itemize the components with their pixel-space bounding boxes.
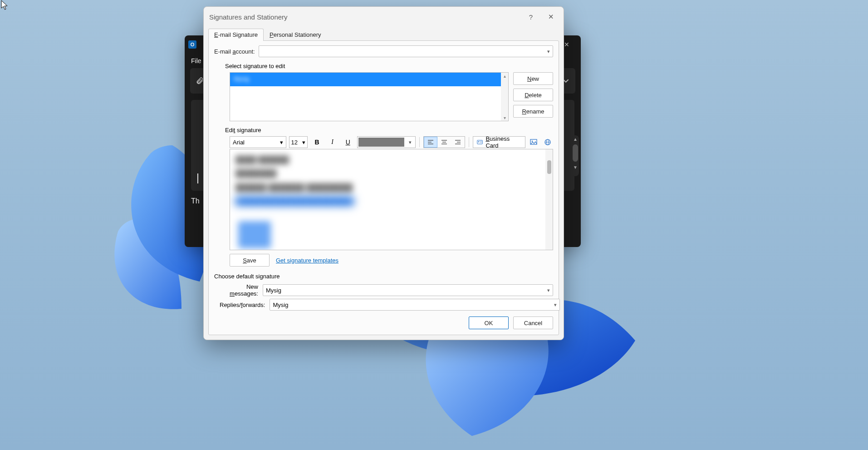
email-account-label: E-mail account: (214, 48, 255, 55)
new-signature-button[interactable]: New (513, 72, 553, 85)
underline-button[interactable]: U (342, 136, 354, 148)
signature-image-redacted (238, 221, 271, 248)
select-signature-label: Select signature to edit (225, 63, 553, 69)
signature-toolbar: Arial▾ 12▾ B I U ▾ (230, 136, 553, 148)
new-messages-label: New messages: (220, 283, 258, 297)
mouse-cursor (1, 0, 9, 13)
signature-editor[interactable]: ████ ██████ ████████ ██████ ███████ ████… (230, 149, 553, 250)
save-signature-button[interactable]: Save (230, 254, 270, 267)
align-right-button[interactable] (451, 137, 465, 148)
dialog-title: Signatures and Stationery (209, 13, 288, 21)
rename-signature-button[interactable]: Rename (513, 105, 553, 118)
email-account-combo[interactable]: ▾ (259, 45, 553, 57)
edit-signature-label: Edit signature (225, 127, 553, 134)
signature-list[interactable]: Mysig ▴ ▾ (230, 72, 509, 121)
align-center-button[interactable] (437, 137, 451, 148)
signatures-dialog: Signatures and Stationery ? ✕ E-mail Sig… (203, 6, 564, 340)
cancel-button[interactable]: Cancel (513, 316, 553, 329)
outlook-icon: O (188, 40, 196, 49)
font-family-combo[interactable]: Arial▾ (230, 136, 286, 148)
tab-personal-stationery[interactable]: Personal Stationery (264, 29, 327, 41)
business-card-button[interactable]: Business Card (473, 136, 525, 148)
delete-signature-button[interactable]: Delete (513, 89, 553, 101)
tab-panel-email-signature: E-mail account: ▾ Select signature to ed… (208, 40, 559, 335)
help-button[interactable]: ? (521, 10, 541, 24)
font-color-combo[interactable]: ▾ (357, 136, 416, 148)
signature-list-scrollbar[interactable]: ▴ ▾ (501, 73, 508, 121)
outlook-scrollbar[interactable]: ▲ ▼ (572, 135, 579, 176)
font-size-combo[interactable]: 12▾ (289, 136, 308, 148)
svg-point-14 (532, 141, 533, 142)
new-messages-combo[interactable]: Mysig▾ (263, 284, 553, 296)
close-button[interactable]: ✕ (541, 10, 561, 24)
align-left-button[interactable] (424, 137, 437, 148)
replies-forwards-label: Replies/forwards: (220, 302, 265, 308)
get-templates-link[interactable]: Get signature templates (276, 257, 338, 264)
color-swatch (358, 138, 405, 147)
dialog-titlebar: Signatures and Stationery ? ✕ (204, 7, 564, 27)
choose-default-label: Choose default signature (214, 273, 553, 280)
tab-strip: E-mail Signature Personal Stationery (204, 27, 564, 40)
italic-button[interactable]: I (326, 136, 339, 148)
signature-list-item-selected[interactable]: Mysig (230, 73, 508, 86)
svg-point-10 (478, 141, 479, 142)
signature-content-redacted: ████ ██████ ████████ ██████ ███████ ████… (235, 153, 539, 208)
insert-hyperlink-button[interactable] (542, 136, 553, 148)
ok-button[interactable]: OK (469, 316, 509, 329)
bold-button[interactable]: B (310, 136, 323, 148)
replies-forwards-combo[interactable]: Mysig▾ (270, 299, 560, 311)
svg-rect-9 (477, 140, 482, 144)
editor-scrollbar[interactable] (545, 149, 553, 250)
tab-email-signature[interactable]: E-mail Signature (208, 29, 264, 41)
insert-picture-button[interactable] (528, 136, 539, 148)
chevron-down-icon: ▾ (547, 49, 550, 54)
